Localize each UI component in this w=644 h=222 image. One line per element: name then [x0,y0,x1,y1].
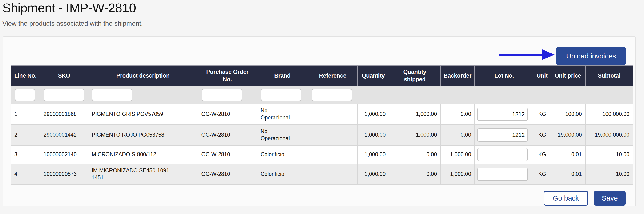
cell-backorder: 0.00 [440,125,474,145]
cell-line-no: 1 [11,104,40,125]
filter-input-brand[interactable] [261,89,301,101]
cell-subtotal: 19,000,000.00 [586,125,633,145]
cell-unit-price: 100.00 [551,104,586,125]
table-row: 4 10000000873 IM MICRONIZADO SE450-1091-… [11,164,633,184]
table-row: 1 29000001868 PIGMENTO GRIS PGV57059 OC-… [11,104,633,125]
cell-brand: No Operacional [257,125,308,145]
table-row: 3 10000002140 MICRONIZADO S-800/112 OC-W… [11,145,633,164]
lot-no-input[interactable] [477,167,528,181]
cell-backorder: 1,000.00 [440,164,474,184]
filter-input-product-description[interactable] [92,89,132,101]
header-line-no: Line No. [11,65,40,86]
cell-sku: 10000002140 [40,145,88,164]
cell-purchase-order-no: OC-W-2810 [198,145,257,164]
cell-backorder: 1,000.00 [440,145,474,164]
cell-unit-price: 0.01 [551,164,586,184]
cell-quantity-shipped: 1,000.00 [389,125,440,145]
cell-product-description: IM MICRONIZADO SE450-1091-1451 [88,164,198,184]
header-quantity: Quantity [358,65,389,86]
cell-unit-price: 19,000.00 [551,125,586,145]
table-row: 2 29000001442 PIGMENTO ROJO PG053758 OC-… [11,125,633,145]
cell-backorder: 0.00 [440,104,474,125]
cell-line-no: 3 [11,145,40,164]
cell-unit: KG [534,125,551,145]
cell-quantity-shipped: 1,000.00 [389,104,440,125]
cell-purchase-order-no: OC-W-2810 [198,164,257,184]
filter-input-line-no[interactable] [15,89,35,101]
cell-unit: KG [534,104,551,125]
header-brand: Brand [257,65,308,86]
annotation-arrow-icon [496,48,556,62]
header-lot-no: Lot No. [474,65,534,86]
cell-line-no: 4 [11,164,40,184]
lot-no-input[interactable] [477,108,528,121]
lot-no-input[interactable] [477,128,528,142]
shipment-page: Shipment - IMP-W-2810 View the products … [0,0,644,222]
cell-quantity-shipped: 0.00 [389,145,440,164]
cell-subtotal: 10.00 [586,164,633,184]
cell-purchase-order-no: OC-W-2810 [198,104,257,125]
cell-quantity: 1,000.00 [358,104,389,125]
cell-reference [308,104,358,125]
cell-reference [308,125,358,145]
lot-no-input[interactable] [477,148,528,161]
header-unit-price: Unit price [551,65,586,86]
cell-line-no: 2 [11,125,40,145]
cell-unit: KG [534,164,551,184]
cell-reference [308,145,358,164]
header-quantity-shipped: Quantity shipped [389,65,440,86]
header-purchase-order-no: Purchase Order No. [198,65,257,86]
cell-product-description: PIGMENTO ROJO PG053758 [88,125,198,145]
save-button[interactable]: Save [594,191,626,205]
cell-purchase-order-no: OC-W-2810 [198,125,257,145]
cell-brand: Colorificio [257,164,308,184]
cell-quantity: 1,000.00 [358,125,389,145]
cell-subtotal: 10.00 [586,145,633,164]
header-product-description: Product description [88,65,198,86]
cell-sku: 29000001868 [40,104,88,125]
page-title: Shipment - IMP-W-2810 [2,1,136,15]
cell-reference [308,164,358,184]
cell-sku: 10000000873 [40,164,88,184]
filter-row [11,86,633,104]
header-sku: SKU [40,65,88,86]
page-subtitle: View the products associated with the sh… [2,20,143,27]
cell-quantity: 1,000.00 [358,164,389,184]
cell-brand: No Operacional [257,104,308,125]
upload-invoices-button[interactable]: Upload invoices [556,47,626,65]
cell-brand: Colorificio [257,145,308,164]
cell-subtotal: 100,000.00 [586,104,633,125]
cell-sku: 29000001442 [40,125,88,145]
filter-input-purchase-order-no[interactable] [202,89,242,101]
header-unit: Unit [534,65,551,86]
header-subtotal: Subtotal [586,65,633,86]
cell-product-description: PIGMENTO GRIS PGV57059 [88,104,198,125]
cell-unit: KG [534,145,551,164]
filter-input-reference[interactable] [312,89,352,101]
cell-product-description: MICRONIZADO S-800/112 [88,145,198,164]
cell-quantity: 1,000.00 [358,145,389,164]
cell-unit-price: 0.01 [551,145,586,164]
header-backorder: Backorder [440,65,474,86]
filter-input-sku[interactable] [44,89,84,101]
products-table: Line No. SKU Product description Purchas… [10,65,633,185]
go-back-button[interactable]: Go back [544,191,588,205]
table-header-row: Line No. SKU Product description Purchas… [11,65,633,86]
header-reference: Reference [308,65,358,86]
cell-quantity-shipped: 0.00 [389,164,440,184]
